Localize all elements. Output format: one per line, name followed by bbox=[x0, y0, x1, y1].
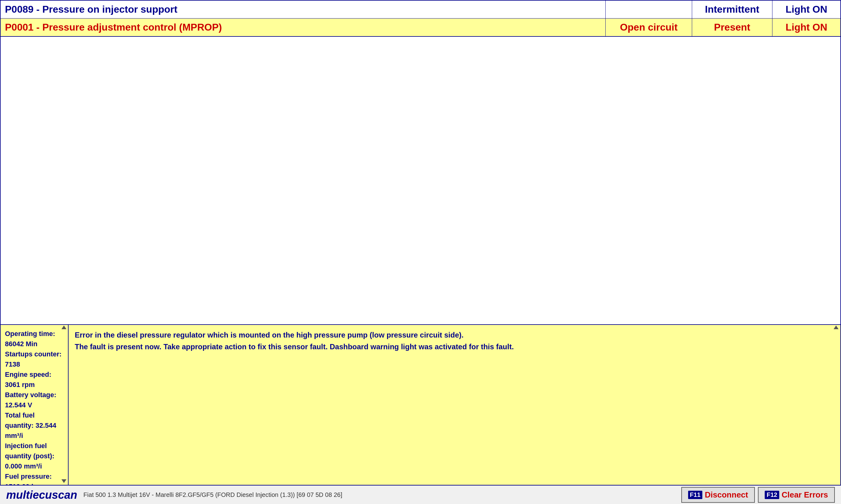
fault-description: Error in the diesel pressure regulator w… bbox=[75, 329, 834, 353]
brand-logo: multiecuscan bbox=[6, 489, 77, 502]
left-scroll-up[interactable] bbox=[61, 325, 66, 329]
disconnect-button[interactable]: F11 Disconnect bbox=[681, 487, 755, 503]
fault-light-1: Light ON bbox=[772, 1, 840, 18]
fault-status-1 bbox=[606, 1, 692, 18]
clear-errors-label: Clear Errors bbox=[782, 490, 828, 500]
right-scrollbar[interactable] bbox=[834, 325, 839, 330]
fault-code-2: P0001 - Pressure adjustment control (MPR… bbox=[1, 19, 606, 36]
main-container: P0089 - Pressure on injector support Int… bbox=[0, 0, 841, 504]
f12-icon: F12 bbox=[765, 491, 779, 499]
fault-desc-line2: The fault is present now. Take appropria… bbox=[75, 342, 514, 351]
left-scrollbar[interactable] bbox=[61, 325, 67, 485]
right-panel[interactable]: Error in the diesel pressure regulator w… bbox=[69, 325, 840, 485]
clear-errors-button[interactable]: F12 Clear Errors bbox=[758, 487, 835, 503]
right-scroll-up[interactable] bbox=[834, 325, 839, 329]
bottom-panels: Operating time: 86042 Min Startups count… bbox=[0, 325, 841, 485]
fault-code-1: P0089 - Pressure on injector support bbox=[1, 1, 606, 18]
fault-table: P0089 - Pressure on injector support Int… bbox=[0, 0, 841, 37]
fault-row-2[interactable]: P0001 - Pressure adjustment control (MPR… bbox=[1, 19, 840, 36]
content-area bbox=[0, 37, 841, 325]
footer-buttons: F11 Disconnect F12 Clear Errors bbox=[681, 487, 835, 503]
fault-desc-line1: Error in the diesel pressure regulator w… bbox=[75, 331, 464, 339]
left-scroll-down[interactable] bbox=[61, 479, 66, 483]
fault-status-2: Open circuit bbox=[606, 19, 692, 36]
footer: multiecuscan Fiat 500 1.3 Multijet 16V -… bbox=[0, 485, 841, 504]
fault-light-2: Light ON bbox=[772, 19, 840, 36]
disconnect-label: Disconnect bbox=[705, 490, 748, 500]
fault-occurrence-1: Intermittent bbox=[692, 1, 772, 18]
vehicle-data-text: Operating time: 86042 Min Startups count… bbox=[5, 329, 64, 485]
left-panel[interactable]: Operating time: 86042 Min Startups count… bbox=[1, 325, 69, 485]
fault-row-1[interactable]: P0089 - Pressure on injector support Int… bbox=[1, 1, 840, 19]
f11-icon: F11 bbox=[688, 491, 702, 499]
fault-occurrence-2: Present bbox=[692, 19, 772, 36]
vehicle-info: Fiat 500 1.3 Multijet 16V - Marelli 8F2.… bbox=[84, 491, 681, 499]
